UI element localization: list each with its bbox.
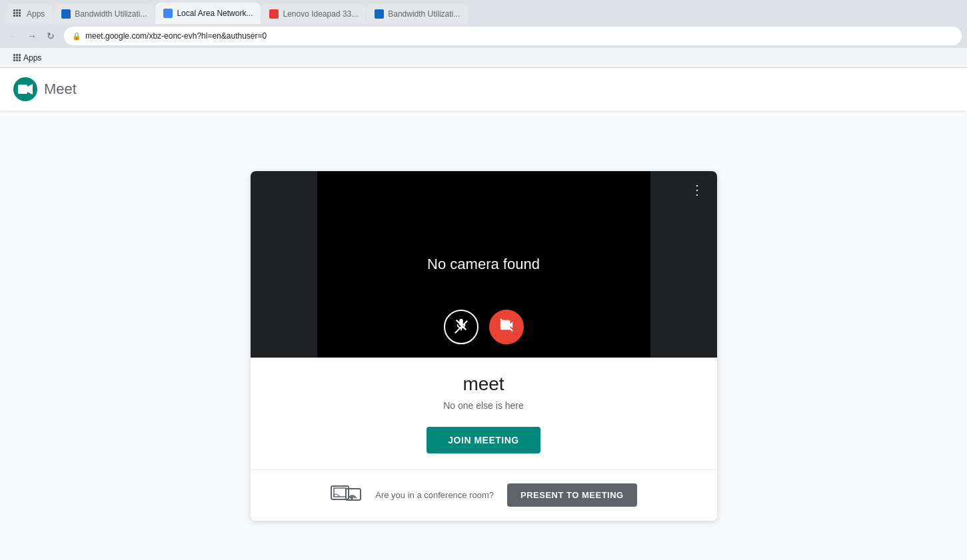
tab-favicon-apps — [13, 9, 23, 19]
meet-header: Meet — [0, 68, 967, 111]
tab-lan[interactable]: Local Area Network... — [155, 3, 261, 24]
meeting-card: ⋮ No camera found — [251, 171, 717, 521]
conference-section: Are you in a conference room? PRESENT TO… — [251, 469, 717, 521]
meeting-status: No one else is here — [267, 400, 701, 411]
mute-cam-button[interactable] — [489, 310, 524, 344]
browser-frame: Apps Bandwidth Utilizati... Local Area N… — [0, 0, 967, 68]
svg-marker-1 — [27, 84, 33, 95]
reload-button[interactable]: ↻ — [43, 28, 59, 44]
bookmarks-bar: Apps — [0, 48, 967, 68]
mic-svg — [454, 318, 469, 332]
present-to-meeting-button[interactable]: PRESENT TO MEETING — [507, 483, 637, 507]
video-controls — [444, 310, 524, 344]
meet-logo — [13, 77, 37, 101]
cam-svg — [499, 318, 514, 332]
tab-favicon-bw2 — [375, 9, 384, 19]
video-area: ⋮ No camera found — [251, 171, 717, 358]
tab-favicon-lan — [163, 9, 173, 18]
no-camera-text: No camera found — [427, 256, 540, 273]
tab-label-bw1: Bandwidth Utilizati... — [75, 9, 147, 19]
tab-label-apps: Apps — [27, 9, 45, 19]
apps-grid-icon — [13, 9, 23, 17]
tab-label-bw2: Bandwidth Utilizati... — [388, 9, 460, 19]
tab-favicon-lenovo — [269, 9, 279, 19]
page-content: Meet ⋮ No camera found — [0, 68, 967, 560]
conference-question: Are you in a conference room? — [375, 490, 494, 500]
cast-screen-icon — [330, 483, 362, 507]
tab-apps[interactable]: Apps — [5, 4, 53, 24]
tabs-bar: Apps Bandwidth Utilizati... Local Area N… — [0, 0, 967, 24]
conference-icons — [330, 483, 362, 507]
main-area: ⋮ No camera found — [0, 111, 967, 560]
mute-mic-button[interactable] — [444, 310, 479, 344]
tab-bandwidth1[interactable]: Bandwidth Utilizati... — [53, 4, 155, 24]
meet-logo-icon — [18, 84, 33, 95]
svg-point-8 — [351, 497, 353, 499]
forward-button[interactable]: → — [24, 28, 40, 44]
cam-icon — [499, 318, 514, 336]
tab-lenovo[interactable]: Lenovo Ideapad 33... — [261, 4, 366, 24]
bookmark-apps[interactable]: Apps — [8, 51, 47, 65]
join-meeting-button[interactable]: JOIN MEETING — [427, 427, 540, 453]
meet-header-title: Meet — [44, 81, 77, 98]
address-bar[interactable]: 🔒 meet.google.com/xbz-eonc-evh?hl=en&aut… — [64, 27, 962, 45]
tab-label-lan: Local Area Network... — [177, 9, 253, 18]
tab-bandwidth2[interactable]: Bandwidth Utilizati... — [367, 4, 468, 24]
bookmark-apps-label: Apps — [23, 53, 41, 63]
bookmark-apps-icon — [13, 54, 21, 61]
tab-favicon-bw1 — [61, 9, 71, 19]
svg-rect-0 — [18, 85, 27, 94]
svg-rect-5 — [334, 488, 346, 497]
back-button[interactable]: ← — [5, 28, 21, 44]
more-options-button[interactable]: ⋮ — [685, 179, 709, 200]
mic-icon — [454, 318, 469, 336]
nav-buttons: ← → ↻ — [5, 28, 59, 44]
lock-icon: 🔒 — [72, 32, 81, 41]
meeting-info: meet No one else is here JOIN MEETING — [251, 358, 717, 469]
meeting-name: meet — [267, 374, 701, 395]
url-text: meet.google.com/xbz-eonc-evh?hl=en&authu… — [85, 31, 267, 41]
tab-label-lenovo: Lenovo Ideapad 33... — [283, 9, 358, 19]
address-bar-row: ← → ↻ 🔒 meet.google.com/xbz-eonc-evh?hl=… — [0, 24, 967, 48]
